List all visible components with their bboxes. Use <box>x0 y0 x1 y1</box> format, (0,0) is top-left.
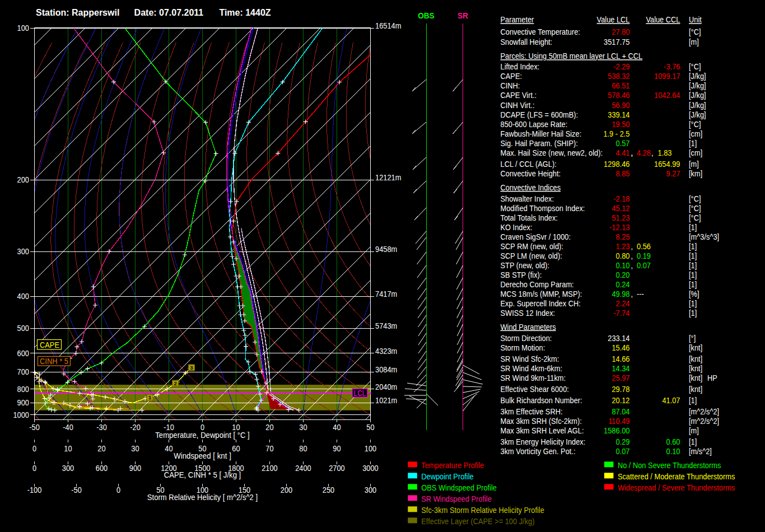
svg-text:9458m: 9458m <box>375 244 397 254</box>
svg-text:,: , <box>631 289 633 298</box>
svg-text:0.07: 0.07 <box>637 260 651 270</box>
svg-text:29.78: 29.78 <box>612 384 629 394</box>
svg-text:Craven SigSvr / 1000:: Craven SigSvr / 1000: <box>501 232 571 241</box>
svg-text:1000: 1000 <box>13 410 30 419</box>
svg-text:500: 500 <box>17 323 29 333</box>
svg-text:Sfc-3km Storm Relative Helicit: Sfc-3km Storm Relative Helicity Profile <box>421 505 544 515</box>
svg-text:300: 300 <box>365 485 376 494</box>
svg-text:12121m: 12121m <box>375 172 401 182</box>
svg-text:578.46: 578.46 <box>608 90 629 100</box>
svg-text:-12.13: -12.13 <box>609 222 629 232</box>
svg-text:1.9 - 2.5: 1.9 - 2.5 <box>603 129 629 138</box>
svg-text:[°C]: [°C] <box>689 194 701 203</box>
svg-text:20.12: 20.12 <box>612 395 629 405</box>
svg-text:[m]: [m] <box>689 37 699 46</box>
svg-text:CAPE:: CAPE: <box>501 71 523 81</box>
svg-text:1298.46: 1298.46 <box>604 159 629 169</box>
svg-text:SCP LM (new, old):: SCP LM (new, old): <box>501 251 562 260</box>
svg-text:-50: -50 <box>71 485 82 494</box>
svg-text:3km Vorticity Gen. Pot.:: 3km Vorticity Gen. Pot.: <box>501 446 576 456</box>
svg-text:Date: 07.07.2011: Date: 07.07.2011 <box>134 8 204 17</box>
svg-text:0: 0 <box>32 463 36 473</box>
svg-text:1.83: 1.83 <box>658 148 672 157</box>
svg-text:SR: SR <box>458 11 468 20</box>
svg-text:2: 2 <box>174 380 177 386</box>
svg-text:1586.00: 1586.00 <box>604 426 629 435</box>
svg-text:Convective Height:: Convective Height: <box>501 169 561 178</box>
svg-text:45.12: 45.12 <box>612 203 629 213</box>
svg-text:2400: 2400 <box>295 463 311 473</box>
svg-text:-3.76: -3.76 <box>664 62 680 71</box>
svg-text:700: 700 <box>17 367 29 376</box>
svg-text:Modified Thompson Index:: Modified Thompson Index: <box>501 203 585 213</box>
svg-text:[J/kg]: [J/kg] <box>689 81 706 90</box>
svg-text:STP (new, old):: STP (new, old): <box>501 260 549 270</box>
svg-text:-50: -50 <box>29 422 40 432</box>
svg-text:0.56: 0.56 <box>637 241 651 251</box>
svg-text:Parameter: Parameter <box>501 15 534 24</box>
svg-text:1042.64: 1042.64 <box>654 90 680 100</box>
svg-text:Derecho Comp Param:: Derecho Comp Param: <box>501 279 574 289</box>
svg-text:,: , <box>631 241 633 251</box>
svg-text:[knt]: [knt] <box>689 354 702 363</box>
svg-text:[knt]: [knt] <box>689 343 702 352</box>
svg-text:200: 200 <box>17 175 29 184</box>
svg-text:Snowfall Height:: Snowfall Height: <box>501 37 553 46</box>
svg-text:[°C]: [°C] <box>689 62 701 71</box>
svg-text:0.60: 0.60 <box>666 437 680 446</box>
svg-text:SR Wind 9km-11km:: SR Wind 9km-11km: <box>501 373 566 382</box>
svg-text:100: 100 <box>365 444 376 453</box>
svg-text:30: 30 <box>131 444 139 453</box>
svg-text:0.07: 0.07 <box>616 446 630 456</box>
svg-text:[°C]: [°C] <box>689 27 701 36</box>
svg-text:Value LCL: Value LCL <box>597 15 630 24</box>
svg-text:[m^2/s^2]: [m^2/s^2] <box>689 407 719 416</box>
svg-text:56.90: 56.90 <box>612 100 629 110</box>
svg-text:14.34: 14.34 <box>612 363 629 373</box>
svg-text:Effective Shear 6000:: Effective Shear 6000: <box>501 384 569 394</box>
svg-text:4.41: 4.41 <box>616 148 630 157</box>
svg-text:3: 3 <box>190 365 193 371</box>
svg-text:[m]: [m] <box>689 159 699 169</box>
svg-text:Bulk Richardson Number:: Bulk Richardson Number: <box>501 395 582 405</box>
svg-text:41.07: 41.07 <box>662 395 680 405</box>
svg-text:16514m: 16514m <box>375 21 401 30</box>
svg-text:1021m: 1021m <box>375 395 397 405</box>
svg-text:900: 900 <box>17 398 29 407</box>
svg-text:[m]: [m] <box>689 426 699 435</box>
svg-text:10: 10 <box>64 444 72 453</box>
svg-text:OBS: OBS <box>418 11 434 20</box>
svg-text:Windspeed [ knt ]: Windspeed [ knt ] <box>174 451 231 460</box>
svg-text:1654.99: 1654.99 <box>654 159 680 169</box>
svg-text:1.23: 1.23 <box>616 241 630 251</box>
svg-text:[1]: [1] <box>689 437 697 446</box>
svg-text:51.23: 51.23 <box>612 213 629 222</box>
svg-text:90: 90 <box>333 444 340 453</box>
svg-text:[km]: [km] <box>689 169 702 178</box>
svg-text:,: , <box>631 251 633 260</box>
svg-text:20: 20 <box>97 444 105 453</box>
svg-text:800: 800 <box>17 384 29 394</box>
svg-text:[1]: [1] <box>689 270 697 279</box>
svg-text:Unit: Unit <box>689 15 702 24</box>
svg-text:[cm]: [cm] <box>689 129 702 138</box>
svg-text:CINH Virt.:: CINH Virt.: <box>501 100 535 110</box>
svg-text:Temperature Profile: Temperature Profile <box>421 460 484 470</box>
svg-text:CINH:: CINH: <box>501 81 520 90</box>
svg-text:,: , <box>631 260 633 270</box>
svg-text:[m^3/s^3]: [m^3/s^3] <box>689 232 719 241</box>
svg-text:[1]: [1] <box>689 395 697 405</box>
svg-text:LCL / CCL (AGL):: LCL / CCL (AGL): <box>501 159 557 169</box>
svg-text:DCAPE (LFS = 600mB):: DCAPE (LFS = 600mB): <box>501 110 579 119</box>
svg-text:Fawbush-Miller Hail Size:: Fawbush-Miller Hail Size: <box>501 129 582 138</box>
svg-text:Max 3km SRH Level AGL:: Max 3km SRH Level AGL: <box>501 426 584 435</box>
svg-text:Max. Hail Size (new, new2, old: Max. Hail Size (new, new2, old): <box>501 148 603 157</box>
svg-text:30: 30 <box>299 422 307 432</box>
svg-text:3km Energy Helicity Index:: 3km Energy Helicity Index: <box>501 437 586 446</box>
svg-text:Value CCL: Value CCL <box>646 15 680 24</box>
svg-text:0.20: 0.20 <box>616 270 630 279</box>
svg-text:900: 900 <box>129 463 141 473</box>
svg-text:0: 0 <box>32 444 36 453</box>
svg-text:[%]: [%] <box>689 289 699 298</box>
svg-text:0.10: 0.10 <box>666 446 680 456</box>
